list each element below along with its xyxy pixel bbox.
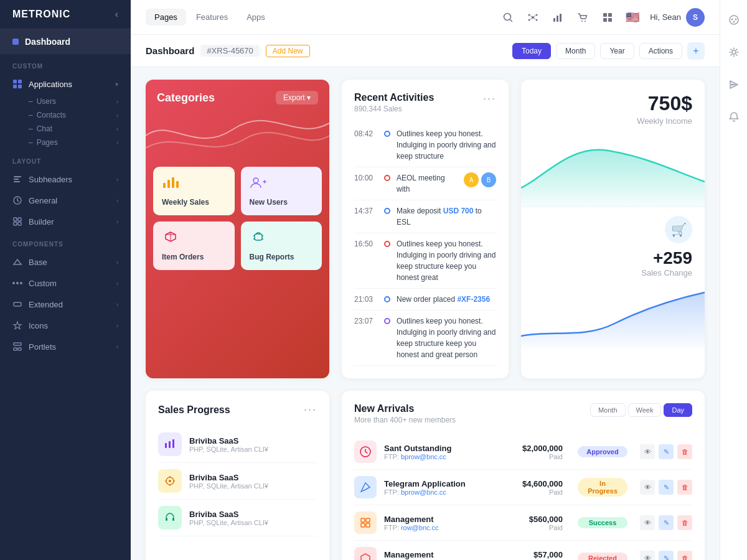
sidebar-dashboard-item[interactable]: Dashboard bbox=[0, 29, 131, 54]
arrival-ftp-3: FTP: row@bnc.cc bbox=[384, 524, 522, 531]
arrival-delete-2[interactable]: 🗑 bbox=[677, 480, 692, 495]
svg-rect-17 bbox=[14, 348, 17, 350]
svg-point-19 bbox=[504, 13, 511, 20]
right-palette-icon[interactable] bbox=[724, 10, 744, 30]
arrival-name-3: Management bbox=[384, 515, 522, 524]
arrival-view-4[interactable]: 👁 bbox=[640, 551, 655, 560]
arrival-name-1: Sant Outstanding bbox=[384, 444, 515, 453]
sidebar-sub-chat[interactable]: –Chat› bbox=[0, 122, 131, 136]
weekly-income-card: 750$ Weekly Income bbox=[521, 80, 705, 378]
arrival-delete-4[interactable]: 🗑 bbox=[677, 551, 692, 560]
weekly-sales-icon bbox=[162, 175, 226, 193]
arrival-name-2: Telegram Application bbox=[384, 479, 515, 488]
sidebar-item-extended[interactable]: Extended › bbox=[0, 294, 131, 315]
arrival-badge-1: Approved bbox=[578, 446, 627, 457]
sidebar-item-general[interactable]: General › bbox=[0, 190, 131, 211]
income-bottom: 🛒 +259 Sales Change bbox=[521, 207, 705, 286]
sidebar-item-portlets[interactable]: Portlets › bbox=[0, 336, 131, 357]
sidebar-item-base[interactable]: Base › bbox=[0, 251, 131, 273]
today-button[interactable]: Today bbox=[512, 43, 551, 59]
user-menu[interactable]: Hi, Sean S bbox=[650, 8, 705, 27]
sidebar-item-applications[interactable]: Applications ▾ bbox=[0, 73, 131, 95]
cat-item-weekly-sales[interactable]: Weekly Sales bbox=[153, 167, 235, 215]
cat-item-item-orders[interactable]: Item Orders bbox=[153, 222, 235, 270]
nav-tab-features[interactable]: Features bbox=[187, 9, 237, 26]
arrival-view-1[interactable]: 👁 bbox=[640, 444, 655, 459]
builder-chevron: › bbox=[116, 218, 118, 225]
arrivals-week-btn[interactable]: Week bbox=[628, 403, 662, 417]
activities-subtitle: 890,344 Sales bbox=[354, 105, 434, 113]
categories-card: Categories Export ▾ Weekly Sales bbox=[146, 80, 329, 378]
applications-icon bbox=[12, 79, 22, 89]
arrival-amount-3: $560,000 Paid bbox=[529, 515, 563, 531]
sidebar-sub-pages[interactable]: –Pages› bbox=[0, 136, 131, 149]
grid-icon[interactable] bbox=[600, 10, 615, 25]
svg-rect-51 bbox=[366, 523, 370, 527]
activity-item-2: 10:00 AEOL meeting with A B bbox=[354, 167, 496, 200]
icons-icon bbox=[12, 320, 22, 330]
cart-icon[interactable] bbox=[575, 10, 590, 25]
svg-rect-11 bbox=[18, 222, 21, 225]
arrival-paid-3: Paid bbox=[529, 524, 563, 531]
breadcrumb: Dashboard #XRS-45670 Add New bbox=[146, 45, 512, 57]
year-button[interactable]: Year bbox=[600, 43, 634, 59]
activity-text-5: New order placed #XF-2356 bbox=[397, 294, 496, 305]
svg-rect-34 bbox=[163, 183, 166, 188]
arrival-ftp-2: FTP: bprow@bnc.cc bbox=[384, 488, 515, 496]
sales-dots-menu[interactable]: ··· bbox=[304, 403, 317, 416]
activities-menu[interactable]: ··· bbox=[483, 92, 496, 105]
bug-reports-icon bbox=[250, 230, 314, 248]
sidebar-item-icons[interactable]: Icons › bbox=[0, 315, 131, 336]
arrival-delete-3[interactable]: 🗑 bbox=[677, 515, 692, 530]
arrival-edit-1[interactable]: ✎ bbox=[659, 444, 674, 459]
custom-label: Custom bbox=[29, 279, 110, 288]
cat-item-new-users[interactable]: New Users bbox=[241, 167, 322, 215]
actions-button[interactable]: Actions bbox=[639, 43, 682, 59]
activity-dot-4 bbox=[384, 241, 390, 247]
sales-name-2: Briviba SaaS bbox=[189, 473, 317, 482]
cat-item-bug-reports[interactable]: Bug Reports bbox=[241, 222, 322, 270]
nav-tab-pages[interactable]: Pages bbox=[146, 9, 186, 26]
app-logo: METRONIC bbox=[12, 9, 70, 20]
general-label: General bbox=[29, 196, 110, 205]
arrival-actions-4: 👁 ✎ 🗑 bbox=[640, 551, 692, 560]
arrivals-month-btn[interactable]: Month bbox=[590, 403, 626, 417]
sales-progress-header: Sales Progress ··· bbox=[158, 403, 317, 416]
sidebar-item-custom[interactable]: Custom › bbox=[0, 273, 131, 294]
nav-tab-apps[interactable]: Apps bbox=[238, 9, 274, 26]
arrival-edit-3[interactable]: ✎ bbox=[659, 515, 674, 530]
add-button[interactable]: + bbox=[687, 42, 705, 60]
sidebar-item-subheaders[interactable]: Subheaders › bbox=[0, 169, 131, 190]
sidebar-logo-area: METRONIC ‹ bbox=[0, 0, 131, 29]
custom-icon bbox=[12, 278, 22, 288]
sidebar-sub-contacts[interactable]: –Contacts› bbox=[0, 108, 131, 122]
chart-icon[interactable] bbox=[550, 10, 565, 25]
arrivals-filter-buttons: Month Week Day bbox=[590, 403, 692, 417]
arrival-view-2[interactable]: 👁 bbox=[640, 480, 655, 495]
search-icon[interactable] bbox=[500, 10, 515, 25]
arrivals-day-btn[interactable]: Day bbox=[664, 403, 692, 417]
arrival-edit-2[interactable]: ✎ bbox=[659, 480, 674, 495]
right-notification-icon[interactable] bbox=[724, 107, 744, 127]
month-button[interactable]: Month bbox=[556, 43, 595, 59]
add-new-button[interactable]: Add New bbox=[266, 45, 310, 57]
network-icon[interactable] bbox=[525, 10, 540, 25]
svg-rect-46 bbox=[172, 518, 174, 521]
right-send-icon[interactable] bbox=[724, 75, 744, 95]
arrival-view-3[interactable]: 👁 bbox=[640, 515, 655, 530]
flag-icon[interactable]: 🇺🇸 bbox=[625, 10, 640, 25]
arrival-actions-1: 👁 ✎ 🗑 bbox=[640, 444, 692, 459]
subheader-actions: Today Month Year Actions + bbox=[512, 42, 705, 60]
svg-rect-41 bbox=[169, 441, 171, 448]
arrival-logo-3 bbox=[354, 511, 377, 534]
export-button[interactable]: Export ▾ bbox=[276, 91, 318, 105]
arrival-delete-1[interactable]: 🗑 bbox=[677, 444, 692, 459]
sidebar-toggle-icon[interactable]: ‹ bbox=[115, 9, 118, 20]
sidebar-sub-users[interactable]: –Users› bbox=[0, 95, 131, 108]
arrival-edit-4[interactable]: ✎ bbox=[659, 551, 674, 560]
general-icon bbox=[12, 195, 22, 205]
dashboard-label: Dashboard bbox=[25, 37, 70, 47]
sidebar-item-builder[interactable]: Builder › bbox=[0, 211, 131, 232]
right-settings-icon[interactable] bbox=[724, 42, 744, 62]
svg-rect-26 bbox=[557, 16, 558, 22]
